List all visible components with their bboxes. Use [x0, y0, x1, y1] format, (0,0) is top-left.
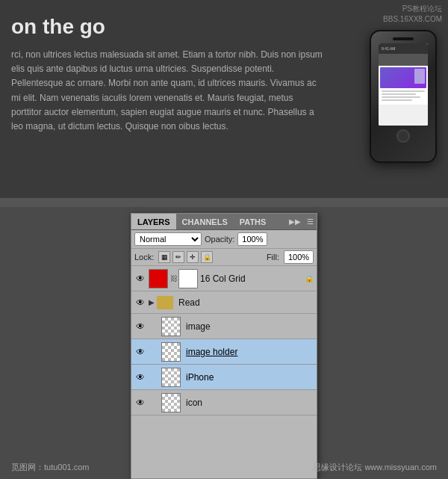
panel-more-button[interactable]: ▶▶ — [286, 217, 304, 226]
opacity-input[interactable] — [237, 232, 267, 246]
tab-channels[interactable]: CHANNELS — [176, 214, 234, 229]
layer-thumbnail — [149, 269, 168, 288]
layer-row[interactable]: 👁 image holder — [131, 339, 317, 365]
lock-all-button[interactable]: 🔒 — [201, 251, 213, 263]
text-line-4 — [382, 99, 412, 101]
layer-row[interactable]: 👁 image — [131, 314, 317, 339]
watermark-left: 觅图网：tutu001.com — [11, 462, 90, 473]
website-content — [379, 66, 428, 105]
iphone-screen-content — [379, 54, 428, 126]
website-hero — [380, 67, 426, 88]
top-section: PS教程论坛 BBS.16XX8.COM on the go rci, non … — [0, 0, 448, 198]
layer-visibility-toggle[interactable]: 👁 — [134, 297, 146, 309]
fill-input[interactable] — [284, 250, 314, 264]
layer-name-label: 16 Col Grid — [200, 274, 302, 284]
layer-thumb-color — [149, 270, 167, 288]
watermark-right: 思缘设计论坛 www.missyuan.com — [313, 462, 437, 473]
website-text-lines — [380, 90, 426, 103]
lock-transparent-button[interactable]: ▦ — [158, 251, 170, 263]
bottom-watermarks: 觅图网：tutu001.com 思缘设计论坛 www.missyuan.com — [0, 462, 448, 473]
layer-thumbnail — [161, 368, 181, 387]
layer-row[interactable]: 👁 iPhone — [131, 365, 317, 390]
website-nav-bar — [379, 54, 428, 66]
layer-thumbnail — [161, 317, 181, 336]
iphone-screen-header: 9:41 AM — [379, 43, 428, 54]
folder-row[interactable]: 👁 ▶ Read — [131, 291, 317, 314]
iphone-home-button — [396, 129, 410, 143]
layer-row[interactable]: 👁 icon — [131, 390, 317, 415]
layer-name-label: image holder — [186, 347, 314, 357]
layers-list: 👁 ⛓ 16 Col Grid 🔒 👁 ▶ Read 👁 — [131, 266, 317, 415]
layer-visibility-toggle[interactable]: 👁 — [134, 273, 146, 285]
text-line-1 — [382, 90, 425, 92]
tab-paths[interactable]: PATHS — [234, 214, 273, 229]
panel-menu-button[interactable]: ☰ — [304, 217, 317, 226]
layer-visibility-toggle[interactable]: 👁 — [134, 321, 146, 333]
layer-name-label: image — [186, 321, 314, 332]
section-divider — [0, 198, 448, 207]
lock-icons: ▦ ✏ ✛ 🔒 — [158, 251, 213, 263]
watermark-top: PS教程论坛 BBS.16XX8.COM — [383, 4, 442, 25]
lock-label: Lock: — [134, 253, 154, 262]
layer-thumbnail — [161, 393, 181, 412]
panel-tabs: LAYERS CHANNELS PATHS ▶▶ ☰ — [131, 214, 317, 230]
bottom-section: LAYERS CHANNELS PATHS ▶▶ ☰ Normal Opacit… — [0, 207, 448, 479]
text-line-2 — [382, 93, 416, 95]
folder-name-label: Read — [178, 297, 314, 308]
iphone-mockup: 9:41 AM — [370, 30, 437, 164]
iphone-screen: 9:41 AM — [379, 43, 428, 126]
text-line-3 — [382, 96, 420, 98]
layer-visibility-toggle[interactable]: 👁 — [134, 371, 146, 383]
body-text: rci, non ultrices lectus malesuada sit a… — [11, 48, 325, 134]
blend-mode-row: Normal Opacity: — [131, 230, 317, 249]
fill-label: Fill: — [267, 253, 279, 262]
layer-thumbnail — [161, 342, 181, 362]
blend-mode-select[interactable]: Normal — [134, 232, 202, 246]
tab-layers[interactable]: LAYERS — [131, 214, 176, 229]
layer-visibility-toggle[interactable]: 👁 — [134, 397, 146, 409]
folder-expand-arrow[interactable]: ▶ — [149, 298, 155, 306]
lock-move-button[interactable]: ✛ — [187, 251, 199, 263]
layers-panel: LAYERS CHANNELS PATHS ▶▶ ☰ Normal Opacit… — [131, 213, 317, 479]
lock-paint-button[interactable]: ✏ — [172, 251, 184, 263]
layer-visibility-toggle[interactable]: 👁 — [134, 346, 146, 358]
folder-icon — [157, 296, 173, 309]
layer-mask-thumbnail — [178, 269, 198, 288]
opacity-label: Opacity: — [205, 235, 234, 244]
screen-status-text: 9:41 AM — [382, 46, 395, 51]
layer-name-label: icon — [186, 398, 314, 408]
layer-row[interactable]: 👁 ⛓ 16 Col Grid 🔒 — [131, 266, 317, 291]
lock-row: Lock: ▦ ✏ ✛ 🔒 Fill: — [131, 249, 317, 266]
iphone-body: 9:41 AM — [370, 30, 437, 163]
layer-chain-icon: ⛓ — [170, 274, 176, 282]
layer-lock-icon: 🔒 — [305, 274, 314, 282]
iphone-speaker — [393, 37, 414, 40]
layer-name-label: iPhone — [186, 372, 314, 383]
